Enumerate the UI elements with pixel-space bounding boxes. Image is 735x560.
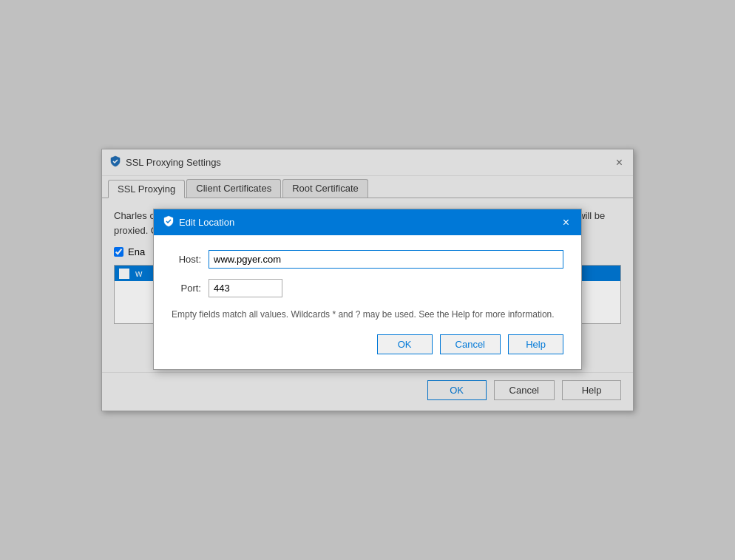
modal-hint-text: Empty fields match all values. Wildcards…: [172, 308, 563, 321]
modal-help-button[interactable]: Help: [508, 334, 563, 354]
main-window: SSL Proxying Settings × SSL Proxying Cli…: [101, 149, 634, 411]
modal-icon: [163, 215, 175, 229]
modal-title-left: Edit Location: [163, 215, 234, 229]
modal-close-button[interactable]: ×: [560, 217, 572, 229]
host-field-row: Host:: [172, 250, 563, 269]
modal-cancel-button[interactable]: Cancel: [440, 334, 501, 354]
port-input[interactable]: [209, 279, 282, 297]
edit-location-modal: Edit Location × Host: Port: Empty fields…: [153, 209, 582, 370]
modal-buttons: OK Cancel Help: [172, 334, 563, 354]
port-field-row: Port:: [172, 279, 563, 297]
modal-title-bar: Edit Location ×: [154, 209, 581, 235]
port-label: Port:: [172, 283, 201, 294]
modal-overlay: Edit Location × Host: Port: Empty fields…: [102, 149, 633, 411]
modal-ok-button[interactable]: OK: [377, 334, 433, 354]
modal-content: Host: Port: Empty fields match all value…: [154, 235, 581, 369]
host-label: Host:: [172, 254, 201, 265]
modal-title-text: Edit Location: [179, 217, 234, 228]
host-input[interactable]: [209, 250, 563, 269]
